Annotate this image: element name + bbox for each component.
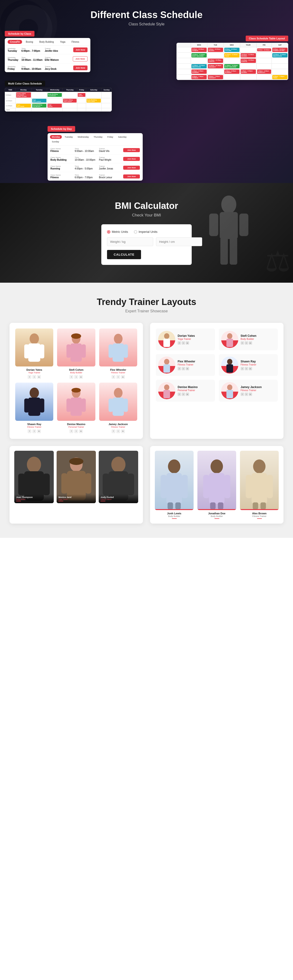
bmi-inputs-row — [107, 237, 186, 246]
day-tab-monday[interactable]: Monday — [50, 135, 62, 139]
svg-rect-76 — [253, 502, 258, 509]
tab-fitness[interactable]: Fitness — [69, 40, 82, 44]
social-t-3[interactable]: t — [182, 367, 185, 370]
weight-input[interactable] — [107, 237, 153, 246]
svg-rect-33 — [163, 339, 170, 347]
twitter-icon[interactable]: t — [32, 375, 36, 379]
svg-rect-4 — [221, 238, 228, 265]
schedule-by-class-label: Schedule by Class — [5, 31, 35, 37]
day-join-btn-4[interactable]: Join Now — [123, 175, 140, 178]
social-t-6[interactable]: t — [245, 393, 248, 396]
social-t-4[interactable]: t — [245, 367, 248, 370]
photo-role-juan: Body Builder — [16, 498, 52, 500]
svg-rect-39 — [226, 364, 233, 372]
social-in-5[interactable]: in — [186, 393, 189, 396]
svg-rect-5 — [230, 238, 237, 265]
svg-rect-73 — [251, 473, 267, 504]
social-f-5[interactable]: f — [178, 393, 181, 396]
day-tab-saturday[interactable]: Saturday — [116, 135, 128, 139]
svg-rect-59 — [128, 474, 134, 495]
trainer-name-denise: Denise Masino — [57, 423, 95, 426]
instagram-icon-3[interactable]: in — [121, 375, 125, 379]
trainer-name-shawn: Shawn Ray — [15, 423, 53, 426]
instagram-icon-2[interactable]: in — [79, 375, 83, 379]
social-t-5[interactable]: t — [182, 393, 185, 396]
facebook-icon-5[interactable]: f — [69, 430, 73, 433]
instagram-icon-5[interactable]: in — [79, 430, 83, 433]
social-in-2[interactable]: in — [249, 341, 252, 345]
social-in[interactable]: in — [186, 341, 189, 345]
instagram-icon[interactable]: in — [37, 375, 41, 379]
tab-boxing[interactable]: Boxing — [24, 40, 36, 44]
metric-radio-dot[interactable] — [107, 230, 110, 234]
trainer-photo-stefi — [57, 328, 95, 366]
circular-card-shawn: Shawn Ray Fitness Trainer f t in — [219, 354, 278, 376]
facebook-icon-2[interactable]: f — [69, 375, 73, 379]
imperial-radio-label[interactable]: Imperial Units — [134, 230, 157, 234]
social-f-4[interactable]: f — [241, 367, 244, 370]
svg-rect-77 — [260, 502, 266, 509]
twitter-icon-3[interactable]: t — [116, 375, 120, 379]
calculate-button[interactable]: CALCULATE — [107, 250, 141, 259]
join-btn-2[interactable]: Join Now — [73, 56, 88, 62]
day-tab-friday[interactable]: Friday — [106, 135, 115, 139]
schedule-by-day-card: Monday Tuesday Wednesday Thursday Friday… — [48, 133, 143, 181]
day-tab-thursday[interactable]: Thursday — [92, 135, 105, 139]
trainer-role-dorian: Yoga Trainer — [15, 371, 53, 374]
join-btn-3[interactable]: Join Now — [73, 65, 88, 70]
social-t[interactable]: t — [182, 341, 185, 345]
standing-role-3: Fitness Trainer — [240, 515, 279, 517]
day-tab-sunday[interactable]: Sunday — [50, 140, 61, 143]
instagram-icon-6[interactable]: in — [121, 430, 125, 433]
facebook-icon-6[interactable]: f — [112, 430, 115, 433]
trainer-top-grid: Dorian Yates Yoga Trainer f t in — [10, 323, 283, 439]
hero-title: Different Class Schedule — [5, 10, 288, 20]
twitter-icon-4[interactable]: t — [32, 430, 36, 433]
day-join-btn-1[interactable]: Join Now — [123, 148, 140, 152]
standing-photo-jonh — [155, 451, 194, 510]
social-f-2[interactable]: f — [241, 341, 244, 345]
height-input[interactable] — [156, 237, 202, 246]
social-in-4[interactable]: in — [249, 367, 252, 370]
day-join-btn-3[interactable]: Join Now — [123, 165, 140, 170]
twitter-icon-5[interactable]: t — [74, 430, 78, 433]
svg-point-28 — [114, 388, 122, 398]
imperial-radio-dot[interactable] — [134, 230, 137, 234]
svg-rect-75 — [267, 475, 273, 498]
facebook-icon[interactable]: f — [27, 375, 31, 379]
day-class-row-1: Class NameFitness Time9:00am - 10:00am T… — [48, 146, 143, 154]
tab-yoga[interactable]: Yoga — [58, 40, 67, 44]
social-in-6[interactable]: in — [249, 393, 252, 396]
social-f-3[interactable]: f — [178, 367, 181, 370]
trainer-socials-flex: f t in — [99, 375, 137, 379]
social-in-3[interactable]: in — [186, 367, 189, 370]
metric-radio-label[interactable]: Metric Units — [107, 230, 128, 234]
day-tab-wednesday[interactable]: Wednesday — [75, 135, 91, 139]
tab-bodybuilding[interactable]: Body Building — [37, 40, 56, 44]
circular-info-flex: Flex Wheeler Fitness Trainer f t in — [178, 360, 195, 370]
facebook-icon-4[interactable]: f — [27, 430, 31, 433]
facebook-icon-3[interactable]: f — [112, 375, 115, 379]
social-t-2[interactable]: t — [245, 341, 248, 345]
circular-card-flex: Flex Wheeler Fitness Trainer f t in — [156, 354, 215, 376]
trainer-name-jamey: Jamey Jackson — [99, 423, 137, 426]
instagram-icon-4[interactable]: in — [37, 430, 41, 433]
twitter-icon-2[interactable]: t — [74, 375, 78, 379]
svg-point-32 — [164, 333, 169, 339]
svg-rect-2 — [209, 213, 218, 236]
twitter-icon-6[interactable]: t — [116, 430, 120, 433]
weights-decoration: ⚖ — [265, 245, 291, 278]
circle-photo-stefi — [221, 331, 238, 348]
day-tab-tuesday[interactable]: Tuesday — [63, 135, 75, 139]
photo-name-juan: Juan Thompson — [16, 496, 52, 498]
svg-rect-18 — [123, 344, 128, 358]
circular-card-stefi: Stefi Cohen Body Builder f t in — [219, 328, 278, 350]
trainer-card-flex: Flex Wheeler Fitness Trainer f t in — [99, 328, 137, 379]
day-join-btn-2[interactable]: Join Now — [123, 157, 140, 161]
class-tabs: CrossFit Boxing Body Building Yoga Fitne… — [5, 38, 90, 46]
tab-crossfit[interactable]: CrossFit — [8, 40, 22, 44]
social-f[interactable]: f — [178, 341, 181, 345]
social-f-6[interactable]: f — [241, 393, 244, 396]
photo-card-monica: Monica Jand Yoga Trainer — [57, 451, 96, 503]
join-btn-1[interactable]: Join Now — [73, 48, 88, 52]
